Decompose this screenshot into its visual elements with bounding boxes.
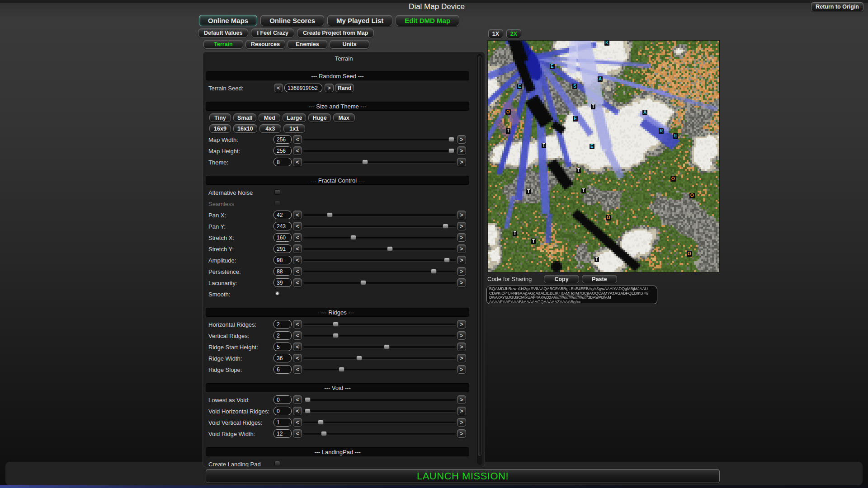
slider-track[interactable] — [303, 248, 456, 250]
1x1-button[interactable]: 1x1 — [283, 124, 305, 133]
slider-track[interactable] — [303, 161, 456, 163]
decrement-button[interactable]: < — [293, 278, 302, 287]
alternative-noise-checkbox[interactable] — [274, 189, 280, 195]
i-feel-crazy-button[interactable]: I Feel Crazy — [251, 28, 294, 38]
vertical-ridges-input[interactable] — [274, 331, 292, 340]
map-width-input[interactable] — [274, 135, 292, 144]
slider-track[interactable] — [303, 282, 456, 284]
large-button[interactable]: Large — [283, 113, 306, 122]
map-height-input[interactable] — [274, 146, 292, 155]
decrement-button[interactable]: < — [293, 429, 302, 438]
return-to-origin-button[interactable]: Return to Origin — [811, 2, 863, 11]
huge-button[interactable]: Huge — [308, 113, 330, 122]
slider-handle[interactable] — [448, 148, 454, 153]
pan-y-input[interactable] — [274, 222, 292, 230]
slider-track[interactable] — [303, 369, 456, 371]
decrement-button[interactable]: < — [293, 158, 302, 166]
slider-track[interactable] — [303, 346, 456, 348]
increment-button[interactable]: > — [457, 256, 466, 264]
paste-button[interactable]: Paste — [582, 275, 617, 283]
increment-button[interactable]: > — [457, 407, 466, 415]
increment-button[interactable]: > — [457, 135, 466, 144]
slider-handle[interactable] — [333, 322, 339, 327]
ridge-width-input[interactable] — [274, 354, 292, 362]
map-preview[interactable] — [487, 40, 720, 272]
16x9-button[interactable]: 16x9 — [209, 124, 231, 133]
decrement-button[interactable]: < — [293, 407, 302, 415]
increment-button[interactable]: > — [457, 244, 466, 253]
slider-handle[interactable] — [362, 160, 368, 164]
slider-track[interactable] — [303, 433, 456, 435]
create-project-from-map-button[interactable]: Create Project from Map — [297, 28, 374, 38]
tab-my-played-list[interactable]: My Played List — [327, 15, 392, 26]
terrain-seed-input[interactable] — [284, 84, 322, 92]
pan-x-input[interactable] — [274, 211, 292, 219]
decrement-button[interactable]: < — [293, 267, 302, 276]
decrement-button[interactable]: < — [293, 365, 302, 374]
slider-handle[interactable] — [356, 356, 362, 361]
void-horizontal-ridges-input[interactable] — [274, 407, 292, 415]
slider-track[interactable] — [303, 139, 456, 141]
smooth-toggle[interactable] — [274, 291, 280, 296]
tab-online-scores[interactable]: Online Scores — [260, 15, 324, 26]
decrement-button[interactable]: < — [293, 211, 302, 219]
theme-input[interactable] — [274, 158, 292, 166]
stretch-y-input[interactable] — [274, 244, 292, 253]
slider-handle[interactable] — [333, 333, 339, 338]
slider-handle[interactable] — [384, 344, 390, 349]
zoom-1x-button[interactable]: 1X — [488, 29, 503, 38]
slider-handle[interactable] — [318, 420, 324, 425]
med-button[interactable]: Med — [259, 113, 280, 122]
increment-button[interactable]: > — [457, 418, 466, 427]
decrement-button[interactable]: < — [293, 233, 302, 242]
increment-button[interactable]: > — [457, 395, 466, 404]
slider-handle[interactable] — [431, 269, 437, 274]
slider-handle[interactable] — [327, 212, 333, 217]
small-button[interactable]: Small — [233, 113, 256, 122]
increment-button[interactable]: > — [457, 233, 466, 242]
lowest-as-void-input[interactable] — [274, 395, 292, 404]
decrement-button[interactable]: < — [293, 343, 302, 351]
increment-button[interactable]: > — [457, 146, 466, 155]
slider-handle[interactable] — [360, 280, 366, 285]
slider-handle[interactable] — [444, 258, 450, 263]
amplitude-input[interactable] — [274, 256, 292, 264]
void-ridge-width-input[interactable] — [274, 429, 292, 438]
ridge-start-height-input[interactable] — [274, 343, 292, 351]
increment-button[interactable]: > — [457, 343, 466, 351]
rand-button[interactable]: Rand — [335, 84, 354, 92]
increment-button[interactable]: > — [457, 354, 466, 362]
copy-button[interactable]: Copy — [544, 275, 579, 283]
slider-handle[interactable] — [339, 367, 344, 372]
16x10-button[interactable]: 16x10 — [233, 124, 257, 133]
share-code-text[interactable]: BQAMDJhRewh1N2gzEV8AAQABCEABRgLEsE4EEBAg… — [486, 286, 657, 304]
scrollbar-thumb[interactable] — [478, 56, 481, 456]
zoom-2x-button[interactable]: 2X — [506, 29, 521, 38]
increment-button[interactable]: > — [457, 278, 466, 287]
horizontal-ridges-input[interactable] — [274, 320, 292, 328]
decrement-button[interactable]: < — [293, 135, 302, 144]
slider-track[interactable] — [303, 225, 456, 227]
tab-enemies[interactable]: Enemies — [288, 40, 327, 49]
stretch-x-input[interactable] — [274, 233, 292, 242]
slider-track[interactable] — [303, 259, 456, 261]
increment-button[interactable]: > — [457, 331, 466, 340]
slider-handle[interactable] — [321, 431, 327, 436]
persistence-input[interactable] — [274, 267, 292, 276]
4x3-button[interactable]: 4x3 — [259, 124, 281, 133]
decrement-button[interactable]: < — [293, 418, 302, 427]
decrement-button[interactable]: < — [293, 146, 302, 155]
tab-resources[interactable]: Resources — [245, 40, 285, 49]
increment-button[interactable]: > — [457, 320, 466, 328]
slider-track[interactable] — [303, 410, 456, 412]
ridge-slope-input[interactable] — [274, 365, 292, 374]
slider-handle[interactable] — [305, 397, 311, 402]
decrement-button[interactable]: < — [293, 222, 302, 230]
slider-track[interactable] — [303, 399, 456, 401]
void-vertical-ridges-input[interactable] — [274, 418, 292, 427]
max-button[interactable]: Max — [333, 113, 355, 122]
increment-button[interactable]: > — [457, 222, 466, 230]
launch-mission-button[interactable]: LAUNCH MISSION! — [206, 469, 720, 483]
slider-handle[interactable] — [448, 137, 454, 142]
increment-button[interactable]: > — [457, 365, 466, 374]
